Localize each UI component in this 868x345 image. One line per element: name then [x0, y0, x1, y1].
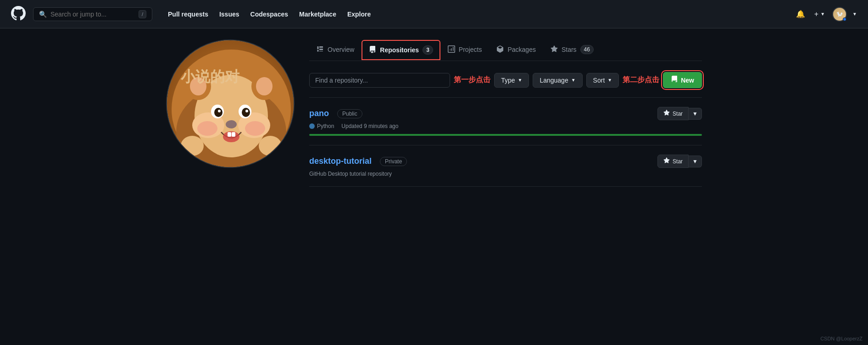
tab-packages[interactable]: Packages — [489, 40, 543, 61]
navbar: 🔍 / Pull requests Issues Codespaces Mark… — [0, 0, 868, 28]
svg-point-14 — [242, 108, 250, 117]
avatar-emoji-btn[interactable]: 😊 — [273, 146, 289, 162]
svg-point-13 — [214, 108, 223, 117]
github-logo[interactable] — [11, 6, 26, 22]
star-icon — [663, 110, 670, 117]
tab-repositories[interactable]: Repositories 3 — [362, 40, 440, 60]
repo-name-desktop-tutorial[interactable]: desktop-tutorial — [309, 156, 372, 166]
stars-count-badge: 46 — [580, 45, 594, 54]
repo-meta-desktop: GitHub Desktop tutorial repository — [309, 171, 702, 177]
sort-dropdown-icon: ▼ — [607, 78, 612, 83]
repo-search-input[interactable] — [309, 73, 450, 88]
repo-item-pano: pano Public Star ▼ — [309, 97, 702, 145]
new-repo-label: New — [681, 77, 694, 84]
tab-overview[interactable]: Overview — [309, 40, 362, 61]
star-desktop-label: Star — [673, 158, 683, 165]
svg-point-16 — [245, 110, 248, 112]
nav-issues[interactable]: Issues — [215, 8, 244, 21]
profile-tabs: Overview Repositories 3 Projects Packag — [309, 39, 702, 61]
type-filter-label: Type — [501, 77, 515, 84]
sort-filter-button[interactable]: Sort ▼ — [586, 73, 619, 88]
nav-marketplace[interactable]: Marketplace — [295, 8, 341, 21]
repo-item-pano-header: pano Public Star ▼ — [309, 107, 702, 120]
dropdown-arrow: ▼ — [820, 11, 825, 17]
repo-item-desktop-tutorial: desktop-tutorial Private Star ▼ — [309, 145, 702, 187]
emoji-icon: 😊 — [276, 149, 286, 159]
repo-visibility-desktop: Private — [380, 157, 407, 166]
repo-item-desktop-header: desktop-tutorial Private Star ▼ — [309, 155, 702, 168]
tab-projects[interactable]: Projects — [440, 40, 490, 61]
sidebar: 小说的对 😊 — [166, 39, 295, 187]
annotation-step1: 第一步点击 — [454, 75, 490, 85]
profile-avatar: 小说的对 😊 — [166, 39, 295, 168]
star-icon-desktop — [663, 157, 670, 165]
star-desktop-dropdown[interactable]: ▼ — [689, 156, 702, 167]
tab-packages-label: Packages — [507, 46, 535, 53]
search-box[interactable]: 🔍 / — [33, 7, 152, 21]
star-desktop-button[interactable]: Star — [657, 155, 689, 168]
svg-point-18 — [223, 131, 239, 142]
language-dropdown-icon: ▼ — [571, 78, 576, 83]
repo-meta-pano: Python Updated 9 minutes ago — [309, 123, 702, 129]
repo-name-pano[interactable]: pano — [309, 109, 329, 118]
repo-toolbar: 第一步点击 Type ▼ Language ▼ Sort ▼ 第二步点击 New — [309, 72, 702, 88]
language-filter-label: Language — [540, 77, 568, 84]
svg-text:小说的对: 小说的对 — [180, 68, 240, 85]
activity-bar-pano — [309, 134, 702, 136]
svg-point-21 — [181, 136, 204, 156]
svg-rect-19 — [228, 132, 231, 137]
avatar-dropdown-arrow: ▼ — [852, 11, 857, 17]
tab-stars-label: Stars — [562, 46, 577, 53]
language-filter-button[interactable]: Language ▼ — [533, 73, 582, 88]
svg-point-6 — [245, 121, 265, 136]
main-nav: Pull requests Issues Codespaces Marketpl… — [163, 8, 787, 21]
nav-codespaces[interactable]: Codespaces — [246, 8, 293, 21]
overview-icon — [317, 45, 324, 54]
stars-icon — [551, 45, 558, 54]
avatar-badge — [843, 17, 846, 21]
type-dropdown-icon: ▼ — [518, 78, 523, 83]
search-kbd: / — [139, 10, 146, 18]
star-pano-button[interactable]: Star — [657, 107, 689, 120]
tab-stars[interactable]: Stars 46 — [543, 39, 601, 61]
star-pano-dropdown[interactable]: ▼ — [689, 108, 702, 120]
search-input[interactable] — [50, 11, 135, 18]
repo-list: pano Public Star ▼ — [309, 97, 702, 187]
projects-icon — [448, 45, 455, 54]
language-name-pano: Python — [317, 123, 334, 129]
avatar-image: 🐿 — [836, 11, 843, 18]
main-content: Overview Repositories 3 Projects Packag — [309, 39, 702, 187]
annotation-step2: 第二步点击 — [623, 75, 659, 85]
new-repo-button[interactable]: New — [663, 72, 702, 88]
create-new-button[interactable]: + ▼ — [812, 8, 827, 20]
nav-pull-requests[interactable]: Pull requests — [163, 8, 213, 21]
tab-projects-label: Projects — [459, 46, 482, 53]
sort-filter-label: Sort — [593, 77, 605, 84]
language-pano: Python — [309, 123, 334, 129]
notifications-button[interactable]: 🔔 — [794, 8, 807, 20]
tab-overview-label: Overview — [328, 46, 354, 53]
plus-icon: + — [814, 10, 818, 18]
repositories-icon — [369, 46, 376, 55]
main-container: 小说的对 😊 Overview Repositories 3 — [159, 28, 709, 198]
navbar-actions: 🔔 + ▼ 🐿 ▼ — [794, 7, 857, 22]
star-dropdown-icon: ▼ — [692, 111, 698, 117]
new-repo-icon — [671, 76, 678, 84]
packages-icon — [496, 45, 504, 54]
star-desktop-dropdown-icon: ▼ — [692, 158, 698, 165]
type-filter-button[interactable]: Type ▼ — [494, 73, 529, 88]
svg-point-5 — [197, 121, 217, 136]
repo-actions-pano: Star ▼ — [657, 107, 702, 120]
tab-repositories-label: Repositories — [380, 46, 419, 54]
nav-explore[interactable]: Explore — [343, 8, 375, 21]
updated-pano: Updated 9 minutes ago — [341, 123, 398, 129]
svg-point-10 — [256, 77, 273, 95]
svg-point-15 — [218, 110, 221, 112]
repo-visibility-pano: Public — [337, 109, 362, 118]
svg-rect-20 — [232, 132, 235, 137]
avatar[interactable]: 🐿 — [832, 7, 847, 22]
language-dot-pano — [309, 123, 315, 129]
star-pano-label: Star — [673, 111, 683, 117]
svg-point-17 — [226, 120, 237, 128]
watermark: CSDN @LooperzZ — [820, 336, 862, 341]
